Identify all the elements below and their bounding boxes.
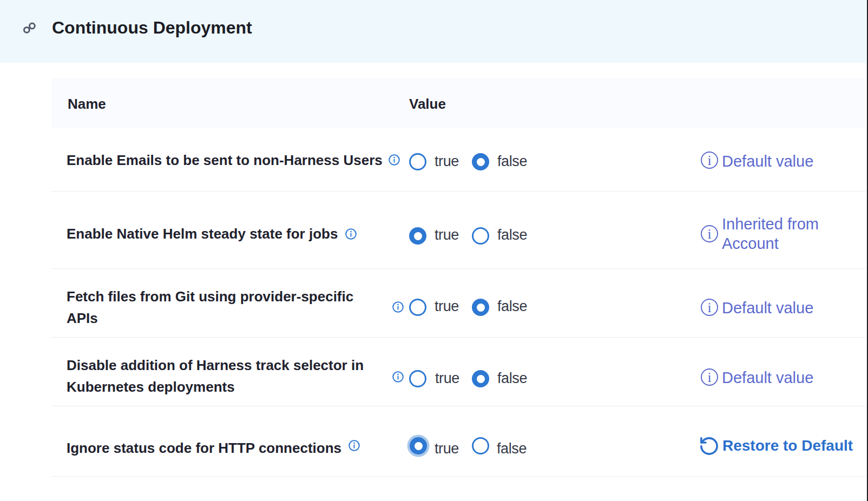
svg-text:i: i <box>707 370 711 385</box>
svg-text:i: i <box>707 153 711 168</box>
svg-text:i: i <box>707 300 711 315</box>
svg-text:i: i <box>707 226 711 242</box>
